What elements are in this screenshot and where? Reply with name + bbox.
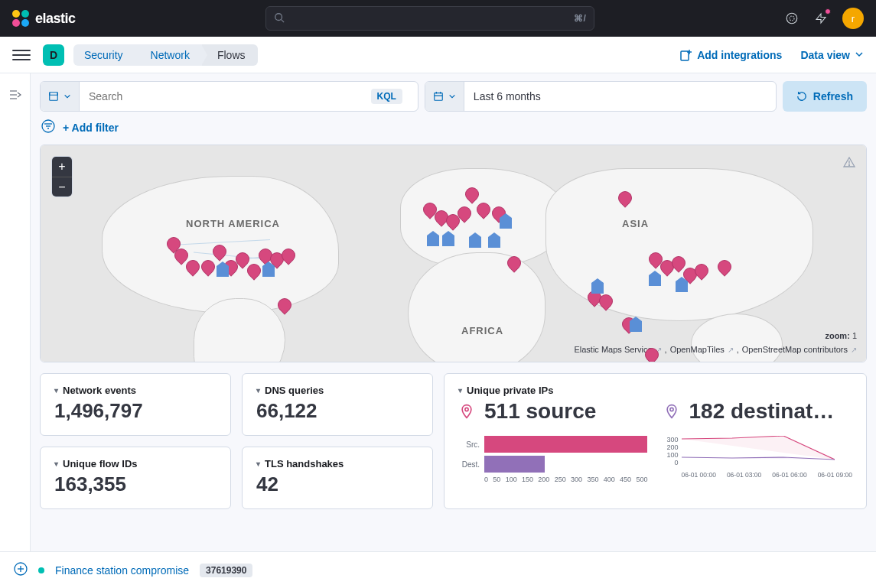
global-header: elastic ⌘/ r (0, 0, 876, 37)
help-icon[interactable] (784, 11, 799, 26)
add-filter-button[interactable]: + Add filter (63, 122, 119, 134)
ips-bar-chart: Src. Dest. 05010015020025030035040045050… (458, 436, 648, 498)
destination-pin-icon (663, 403, 680, 420)
ips-line-chart: 3002001000 06-01 00:0006-01 03:0006-01 0… (663, 436, 853, 498)
data-view-label: Data view (800, 49, 850, 61)
timeline-id-badge: 37619390 (200, 564, 252, 577)
stat-label: Unique private IPs (467, 385, 553, 396)
chevron-down-icon[interactable]: ▾ (458, 386, 462, 395)
network-map[interactable]: NORTH AMERICA AFRICA ASIA + − zoom: 1 El… (40, 145, 867, 362)
elastic-logo[interactable]: elastic (12, 10, 76, 27)
map-label-asia: ASIA (622, 218, 649, 229)
svg-rect-10 (50, 93, 58, 101)
svg-point-36 (669, 408, 672, 411)
svg-rect-4 (681, 51, 689, 60)
stat-value: 1,496,797 (54, 399, 217, 423)
bar-label-dest: Dest. (458, 460, 480, 469)
date-picker: Last 6 months (425, 81, 777, 112)
destination-ips-value: 182 destinat… (689, 399, 835, 424)
notification-dot (825, 8, 831, 15)
timeline-status-dot (38, 567, 44, 573)
chevron-down-icon (855, 49, 864, 61)
search-icon (274, 12, 285, 25)
add-integrations-button[interactable]: Add integrations (680, 49, 782, 61)
svg-rect-11 (435, 93, 443, 101)
date-range-value[interactable]: Last 6 months (464, 82, 776, 111)
search-shortcut: ⌘/ (574, 13, 585, 24)
map-background (41, 145, 866, 362)
timeline-name[interactable]: Finance station compromise (55, 564, 189, 577)
stat-unique-private-ips: ▾Unique private IPs 511 source (444, 373, 867, 509)
stat-label: TLS handshakes (265, 458, 344, 469)
timeline-footer: Finance station compromise 37619390 (0, 551, 876, 588)
brand-text: elastic (35, 11, 76, 27)
map-credits: Elastic Maps Service↗, OpenMapTiles↗, Op… (574, 345, 857, 354)
newsfeed-icon[interactable] (813, 11, 829, 26)
svg-point-3 (790, 16, 794, 21)
map-warning-icon[interactable] (843, 156, 855, 171)
elastic-logo-icon (12, 10, 29, 27)
chevron-down-icon[interactable]: ▾ (54, 460, 58, 468)
stat-value: 163,355 (54, 473, 217, 496)
space-badge[interactable]: D (43, 44, 64, 66)
map-zoom-level: zoom: 1 (825, 331, 857, 340)
stat-value: 66,122 (256, 399, 418, 423)
nav-toggle-button[interactable] (12, 46, 31, 64)
filter-options-button[interactable] (41, 119, 55, 135)
global-search-input[interactable]: ⌘/ (265, 6, 594, 31)
stat-label: Unique flow IDs (63, 458, 138, 469)
source-ips-value: 511 source (484, 399, 596, 424)
svg-point-2 (786, 13, 797, 24)
breadcrumb-network[interactable]: Network (135, 44, 202, 66)
stat-tls-handshakes: ▾TLS handshakes 42 (242, 447, 433, 509)
saved-query-button[interactable] (41, 82, 80, 111)
chevron-down-icon[interactable]: ▾ (256, 460, 260, 468)
zoom-out-button[interactable]: − (52, 177, 72, 197)
breadcrumb-security[interactable]: Security (73, 44, 135, 66)
svg-line-1 (281, 19, 284, 22)
chevron-down-icon[interactable]: ▾ (54, 386, 58, 395)
refresh-label: Refresh (813, 90, 853, 102)
sub-nav: D Security Network Flows Add integration… (0, 37, 876, 73)
date-quick-button[interactable] (425, 82, 464, 111)
query-lang-badge[interactable]: KQL (371, 89, 402, 104)
stat-network-events: ▾Network events 1,496,797 (40, 373, 231, 436)
map-zoom-controls: + − (51, 156, 73, 197)
page-content: KQL Last 6 months Refresh + Add filter (31, 73, 876, 551)
source-pin-icon (458, 403, 475, 420)
search-input[interactable] (89, 90, 353, 102)
map-label-na: NORTH AMERICA (186, 218, 280, 229)
breadcrumb-flows: Flows (202, 44, 258, 66)
stat-label: Network events (63, 385, 136, 396)
bar-label-src: Src. (458, 440, 480, 449)
stat-dns-queries: ▾DNS queries 66,122 (242, 373, 433, 436)
svg-point-35 (465, 408, 468, 411)
stat-label: DNS queries (265, 385, 324, 396)
chevron-down-icon[interactable]: ▾ (256, 386, 260, 395)
query-bar: KQL (40, 81, 418, 112)
stat-unique-flow-ids: ▾Unique flow IDs 163,355 (40, 447, 231, 509)
add-integrations-label: Add integrations (697, 49, 782, 61)
zoom-in-button[interactable]: + (52, 157, 72, 177)
data-view-dropdown[interactable]: Data view (800, 49, 864, 61)
breadcrumb: Security Network Flows (73, 44, 258, 66)
add-timeline-button[interactable] (14, 562, 28, 578)
svg-point-0 (275, 13, 282, 20)
header-right: r (784, 8, 864, 29)
stat-value: 42 (256, 473, 418, 496)
timeline-flyout-toggle[interactable] (0, 73, 31, 551)
refresh-button[interactable]: Refresh (783, 81, 867, 112)
svg-point-34 (849, 165, 850, 166)
map-label-africa: AFRICA (461, 325, 503, 336)
user-avatar[interactable]: r (842, 8, 864, 29)
